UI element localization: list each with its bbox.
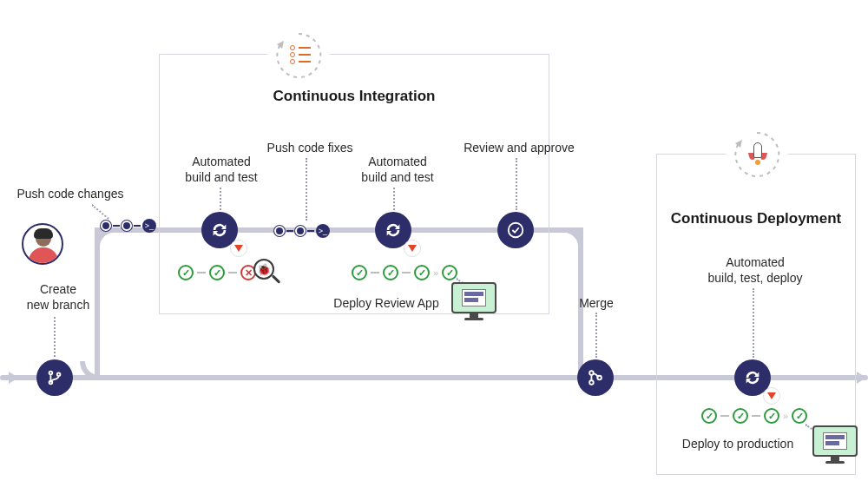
cicd-diagram: Continuous Integration Continuous Deploy… [0, 0, 868, 481]
build-test-2-label: Automated build and test [354, 155, 441, 185]
status-row-2: ✓ ✓ ✓ » ✓ [352, 265, 457, 280]
merge-label: Merge [575, 296, 618, 312]
cycle-icon [743, 368, 762, 387]
status-pass-icon: ✓ [442, 265, 457, 280]
dotted-connector [753, 288, 754, 358]
git-branch-icon [45, 368, 64, 387]
commit-chain-icon: >_ [101, 219, 156, 233]
check-circle-icon [506, 221, 525, 240]
git-merge-icon [586, 368, 605, 387]
create-branch-label: Create new branch [19, 282, 97, 313]
gitlab-badge-icon [763, 387, 780, 405]
review-approve-node [497, 212, 534, 248]
status-pass-icon: ✓ [352, 265, 367, 280]
production-monitor-icon [812, 425, 858, 465]
flow-arrow-end-icon [857, 372, 866, 384]
gitlab-badge-icon [404, 240, 421, 257]
cd-phase-icon [726, 123, 788, 186]
cycle-icon [384, 221, 403, 240]
svg-point-3 [589, 371, 594, 375]
dotted-connector [393, 188, 395, 210]
dotted-connector [91, 204, 108, 220]
status-row-1: ✓ ✓ ✕ [178, 265, 256, 280]
deploy-review-app-label: Deploy Review App [326, 296, 447, 312]
status-pass-icon: ✓ [383, 265, 398, 280]
dotted-connector [306, 158, 307, 221]
status-pass-icon: ✓ [733, 408, 748, 424]
dotted-connector [220, 188, 221, 210]
cycle-icon [210, 221, 229, 240]
status-pass-icon: ✓ [764, 408, 779, 424]
flow-arrow-start-icon [9, 372, 18, 384]
dotted-connector [595, 313, 597, 358]
merge-node [577, 359, 614, 396]
review-app-monitor-icon [451, 282, 496, 322]
status-row-3: ✓ ✓ ✓ » ✓ [701, 408, 807, 424]
ci-phase-icon [267, 24, 330, 87]
build-test-1-label: Automated build and test [178, 155, 265, 185]
svg-point-4 [589, 380, 594, 385]
push-fixes-label: Push code fixes [258, 141, 362, 156]
rocket-icon [748, 142, 767, 165]
branch-node [36, 359, 73, 396]
status-pass-icon: ✓ [792, 408, 807, 424]
checklist-icon [290, 43, 311, 66]
status-pass-icon: ✓ [414, 265, 430, 280]
deploy-production-label: Deploy to production [668, 437, 807, 452]
svg-point-2 [509, 223, 523, 238]
dotted-connector [54, 317, 56, 357]
commit-chain-icon: >_ [274, 224, 330, 238]
status-pass-icon: ✓ [178, 265, 194, 280]
developer-avatar-icon [22, 223, 63, 265]
status-pass-icon: ✓ [209, 265, 225, 280]
push-changes-label: Push code changes [14, 187, 127, 202]
cd-title: Continuous Deployment [657, 210, 855, 227]
status-pass-icon: ✓ [701, 408, 717, 424]
review-approve-label: Review and approve [458, 141, 580, 156]
bug-magnifier-icon: 🐞 [253, 259, 279, 285]
build-test-deploy-label: Automated build, test, deploy [694, 255, 816, 286]
dotted-connector [516, 158, 517, 210]
ci-title: Continuous Integration [160, 88, 549, 105]
gitlab-badge-icon [230, 240, 247, 257]
